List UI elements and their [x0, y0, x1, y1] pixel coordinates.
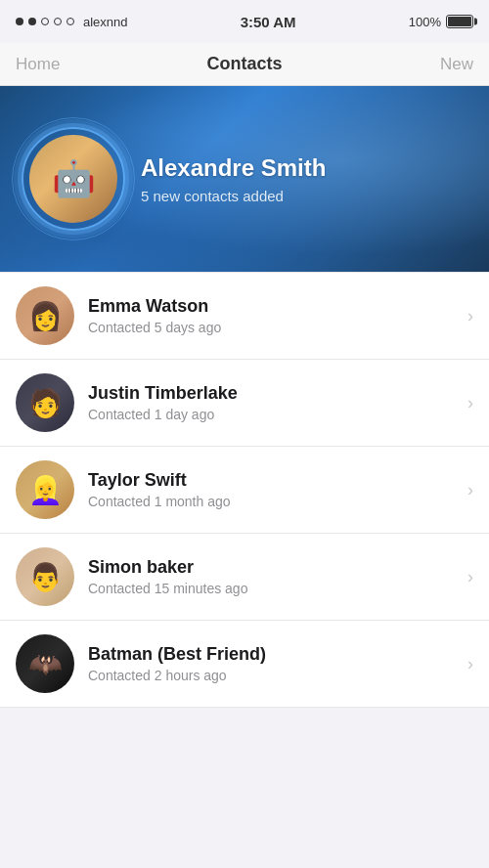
contact-details-batman: Batman (Best Friend) Contacted 2 hours a… [88, 644, 460, 683]
contact-item-justin[interactable]: 🧑 Justin Timberlake Contacted 1 day ago … [0, 360, 489, 447]
contact-avatar-justin: 🧑 [16, 373, 74, 432]
contact-item-simon[interactable]: 👨 Simon baker Contacted 15 minutes ago › [0, 534, 489, 621]
contact-details-emma: Emma Watson Contacted 5 days ago [88, 296, 460, 335]
status-bar: alexnnd 3:50 AM 100% [0, 0, 489, 43]
hero-avatar-ring-inner [22, 127, 125, 231]
contact-avatar-batman: 🦇 [16, 634, 74, 693]
home-button[interactable]: Home [16, 55, 74, 74]
contact-details-simon: Simon baker Contacted 15 minutes ago [88, 557, 460, 596]
contact-name-batman: Batman (Best Friend) [88, 644, 460, 665]
contact-sub-taylor: Contacted 1 month ago [88, 494, 460, 509]
new-button[interactable]: New [415, 55, 473, 74]
signal-dot-2 [28, 18, 36, 25]
contact-name-taylor: Taylor Swift [88, 470, 460, 491]
contact-avatar-emoji-batman: 🦇 [16, 634, 74, 693]
contact-avatar-simon: 👨 [16, 547, 74, 606]
signal-dot-4 [54, 18, 62, 25]
contact-name-emma: Emma Watson [88, 296, 460, 317]
contacts-list: 👩 Emma Watson Contacted 5 days ago › 🧑 J… [0, 272, 489, 868]
contact-chevron-justin: › [467, 393, 473, 413]
contact-item-taylor[interactable]: 👱‍♀️ Taylor Swift Contacted 1 month ago … [0, 447, 489, 534]
carrier-name: alexnnd [83, 15, 128, 29]
contact-avatar-taylor: 👱‍♀️ [16, 460, 74, 519]
contact-avatar-emoji-emma: 👩 [16, 286, 74, 345]
contact-chevron-batman: › [467, 654, 473, 674]
contact-item-emma[interactable]: 👩 Emma Watson Contacted 5 days ago › [0, 272, 489, 360]
battery-fill [448, 17, 471, 26]
hero-banner: 🤖 Alexandre Smith 5 new contacts added [0, 86, 489, 272]
contact-avatar-emoji-taylor: 👱‍♀️ [16, 460, 74, 519]
battery-icon [446, 15, 473, 28]
contact-chevron-simon: › [467, 567, 473, 587]
signal-dot-5 [67, 18, 74, 25]
signal-dot-1 [16, 18, 23, 25]
contact-item-batman[interactable]: 🦇 Batman (Best Friend) Contacted 2 hours… [0, 621, 489, 708]
contact-details-justin: Justin Timberlake Contacted 1 day ago [88, 383, 460, 422]
hero-info: Alexandre Smith 5 new contacts added [141, 154, 326, 204]
contact-details-taylor: Taylor Swift Contacted 1 month ago [88, 470, 460, 509]
hero-name: Alexandre Smith [141, 154, 326, 182]
contact-chevron-taylor: › [467, 480, 473, 500]
battery-percentage: 100% [409, 15, 441, 29]
hero-subtitle: 5 new contacts added [141, 188, 326, 204]
contact-name-simon: Simon baker [88, 557, 460, 578]
contact-sub-batman: Contacted 2 hours ago [88, 668, 460, 683]
hero-avatar-wrapper: 🤖 [29, 135, 117, 223]
contact-name-justin: Justin Timberlake [88, 383, 460, 404]
status-right: 100% [409, 15, 473, 29]
signal-dot-3 [41, 18, 49, 25]
status-left: alexnnd [16, 15, 128, 29]
contact-sub-simon: Contacted 15 minutes ago [88, 581, 460, 596]
contact-sub-justin: Contacted 1 day ago [88, 407, 460, 422]
contact-avatar-emoji-justin: 🧑 [16, 373, 74, 432]
status-time: 3:50 AM [241, 14, 296, 30]
contact-avatar-emma: 👩 [16, 286, 74, 345]
page-title: Contacts [206, 54, 282, 74]
contact-sub-emma: Contacted 5 days ago [88, 320, 460, 335]
contact-avatar-emoji-simon: 👨 [16, 547, 74, 606]
nav-bar: Home Contacts New [0, 43, 489, 86]
contact-chevron-emma: › [467, 306, 473, 326]
